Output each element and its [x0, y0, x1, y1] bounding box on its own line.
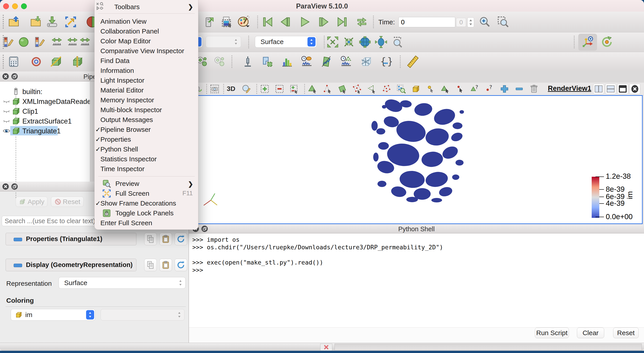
capture-view-icon[interactable] — [210, 84, 220, 94]
render-view-title[interactable]: RenderView1 — [548, 84, 591, 92]
menu-item[interactable]: Memory Inspector — [94, 95, 198, 105]
menu-item[interactable]: Output Messages — [94, 115, 198, 124]
extract-selection-icon[interactable] — [261, 55, 274, 68]
menu-item[interactable]: Animation View — [94, 16, 198, 26]
clear-button[interactable]: Clear — [577, 328, 604, 338]
connect-server-icon[interactable] — [202, 16, 215, 28]
clip-icon[interactable] — [50, 55, 62, 68]
time-input[interactable] — [398, 17, 455, 27]
add-selection-icon[interactable] — [260, 84, 270, 94]
split-vertical-button[interactable] — [605, 84, 616, 94]
rescale-custom-icon[interactable] — [66, 36, 79, 48]
collapse-dash-icon[interactable] — [14, 238, 22, 241]
toggle-selection-modifier-icon[interactable] — [289, 84, 299, 94]
run-script-button[interactable]: Run Script — [535, 328, 569, 338]
open-file-icon[interactable] — [8, 16, 20, 28]
zoom-to-box-icon[interactable] — [392, 36, 404, 48]
reset-button[interactable]: Reset — [51, 197, 84, 207]
maximize-view-button[interactable] — [618, 84, 628, 94]
interactive-select-points-icon[interactable] — [426, 84, 436, 94]
select-points-on-icon[interactable] — [322, 84, 332, 94]
color-array-select[interactable]: im — [11, 309, 95, 321]
save-state-icon[interactable] — [30, 16, 42, 28]
ruler-icon[interactable] — [406, 55, 419, 68]
apply-button[interactable]: Apply — [16, 197, 48, 207]
hover-points-icon[interactable] — [455, 84, 465, 94]
contour-icon[interactable] — [30, 55, 42, 68]
programmable-filter-icon[interactable] — [379, 55, 392, 68]
menu-item[interactable]: Time Inspector — [94, 164, 198, 174]
copy-display-icon[interactable] — [144, 259, 157, 271]
probe-icon[interactable] — [242, 55, 254, 68]
hover-cells-icon[interactable] — [440, 84, 450, 94]
menu-item[interactable]: Collaboration Panel — [94, 26, 198, 36]
split-horizontal-button[interactable] — [593, 84, 604, 94]
reset-center-icon[interactable] — [600, 36, 613, 48]
toolbar-handle[interactable] — [3, 15, 4, 28]
select-frustum-points-icon[interactable] — [352, 84, 362, 94]
menu-item[interactable]: Information — [94, 65, 198, 75]
menu-item-toolbars[interactable]: Toolbars ❯ — [94, 1, 198, 12]
menu-item-python-shell[interactable]: Python Shell — [94, 144, 198, 154]
menu-item[interactable]: Statistics Inspector — [94, 154, 198, 164]
plot-selection-over-time-icon[interactable] — [340, 55, 352, 68]
select-block-icon[interactable] — [411, 84, 421, 94]
shrink-selection-icon[interactable] — [514, 84, 524, 94]
menu-item-full-screen[interactable]: Full Screen F11 — [94, 188, 198, 198]
select-polygon-cells-icon[interactable] — [367, 84, 376, 94]
menu-item-preview[interactable]: Preview ❯ — [94, 179, 198, 188]
plot-over-time-icon[interactable] — [300, 55, 313, 68]
close-panel-icon[interactable] — [2, 73, 10, 80]
query-points-icon[interactable] — [485, 84, 495, 94]
extract-subset-icon[interactable] — [360, 55, 372, 68]
reset-button[interactable]: Reset — [613, 328, 639, 338]
representation-combo[interactable]: Surface — [255, 36, 317, 47]
component-combo[interactable] — [206, 36, 241, 47]
histogram-icon[interactable] — [281, 55, 294, 68]
pipeline-item-selected[interactable]: Triangulate1 — [0, 126, 94, 136]
calculator-icon[interactable] — [8, 55, 20, 68]
pipeline-item[interactable]: ExtractSurface1 — [0, 116, 94, 126]
close-view-button[interactable] — [630, 84, 640, 94]
menu-item-properties[interactable]: Properties — [94, 134, 198, 144]
slice-icon[interactable] — [71, 55, 84, 68]
menu-item[interactable]: Find Data — [94, 56, 198, 65]
menu-item[interactable]: Color Map Editor — [94, 36, 198, 46]
grow-selection-icon[interactable] — [500, 84, 510, 94]
zoom-in-icon[interactable] — [478, 16, 491, 28]
edit-colormap-icon[interactable] — [2, 36, 14, 48]
zoom-to-data-icon[interactable] — [342, 36, 355, 48]
choose-preset-icon[interactable] — [33, 36, 46, 48]
reset-properties-icon[interactable] — [175, 233, 187, 245]
subtract-selection-icon[interactable] — [274, 84, 284, 94]
rescale-visible-icon[interactable] — [79, 36, 91, 48]
find-data-icon[interactable] — [220, 16, 233, 28]
separate-colormap-icon[interactable] — [18, 36, 30, 48]
menu-item-pipeline-browser[interactable]: Pipeline Browser — [94, 124, 198, 134]
pipeline-item[interactable]: XMLImageDataReader1 — [0, 96, 94, 106]
pipeline-item-builtin[interactable]: builtin: — [0, 87, 94, 96]
loop-icon[interactable] — [356, 16, 368, 28]
interactive-select-cells-icon[interactable] — [396, 84, 406, 94]
properties-section-header[interactable]: Properties (Triangulate1) — [6, 233, 136, 245]
query-cells-icon[interactable] — [470, 84, 480, 94]
clear-progress-button[interactable] — [320, 344, 332, 351]
pipeline-item[interactable]: Clip1 — [0, 106, 94, 116]
capture-screenshot-icon[interactable] — [64, 16, 77, 28]
time-stepper[interactable] — [467, 17, 474, 27]
select-frustum-cells-icon[interactable] — [337, 84, 347, 94]
stepper-icon[interactable] — [86, 310, 94, 320]
eye-open-icon[interactable] — [2, 127, 11, 135]
python-console[interactable]: >>> import os >>> os.chdir("/Users/lruep… — [189, 234, 644, 328]
paste-properties-icon[interactable] — [160, 233, 172, 245]
menu-item-show-frame-decorations[interactable]: Show Frame Decorations — [94, 198, 198, 208]
save-data-icon[interactable] — [46, 16, 58, 28]
float-panel-icon[interactable] — [11, 183, 18, 190]
next-frame-icon[interactable] — [318, 16, 330, 28]
copy-properties-icon[interactable] — [144, 233, 157, 245]
render-view-canvas[interactable]: 1.2e-38 8e-39 6e-39 4e-39 0.0e+00 im — [190, 95, 643, 224]
pipeline-scrollbar[interactable] — [90, 81, 94, 182]
select-polygon-points-icon[interactable] — [382, 84, 391, 94]
chevron-down-icon[interactable] — [246, 25, 250, 29]
clear-selection-icon[interactable] — [529, 84, 539, 94]
